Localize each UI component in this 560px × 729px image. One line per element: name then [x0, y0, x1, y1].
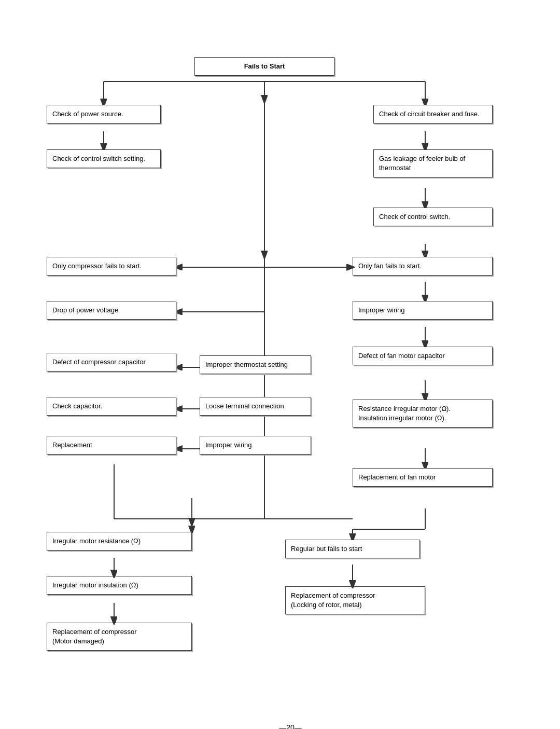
box-replacement: Replacement	[47, 436, 176, 455]
box-drop-power-voltage: Drop of power voltage	[47, 301, 176, 320]
box-check-circuit-breaker: Check of circuit breaker and fuse.	[373, 105, 493, 123]
page-number: —20—	[10, 723, 560, 729]
box-replacement-fan-motor: Replacement of fan motor	[353, 468, 493, 487]
box-fails-to-start: Fails to Start	[194, 57, 334, 76]
box-gas-leakage: Gas leakage of feeler bulb of thermostat	[373, 149, 493, 177]
box-improper-wiring-center: Improper wiring	[200, 436, 311, 455]
box-check-capacitor: Check capacitor.	[47, 397, 176, 416]
box-irregular-motor-resistance: Irregular motor resistance (Ω)	[47, 532, 192, 551]
box-check-control-switch: Check of control switch.	[373, 208, 493, 226]
box-regular-but-fails: Regular but fails to start	[285, 540, 420, 558]
box-replacement-compressor-motor: Replacement of compressor(Motor damaged)	[47, 623, 192, 651]
box-defect-compressor-cap: Defect of compressor capacitor	[47, 353, 176, 372]
box-check-control-switch-setting: Check of control switch setting.	[47, 149, 161, 168]
box-only-compressor-fails: Only compressor fails to start.	[47, 257, 176, 276]
box-improper-thermostat: Improper thermostat setting	[200, 355, 311, 374]
flowchart: Fails to Start Check of power source. Ch…	[10, 21, 550, 716]
box-only-fan-fails: Only fan fails to start.	[353, 257, 493, 276]
box-improper-wiring-fan: Improper wiring	[353, 301, 493, 320]
box-loose-terminal: Loose terminal connection	[200, 397, 311, 416]
box-check-power-source: Check of power source.	[47, 105, 161, 123]
box-defect-fan-motor-cap: Defect of fan motor capacitor	[353, 347, 493, 365]
box-replacement-compressor-locking: Replacement of compressor(Locking of rot…	[285, 586, 425, 614]
box-resistance-irregular: Resistance irregular motor (Ω).Insulatio…	[353, 400, 493, 428]
box-irregular-motor-insulation: Irregular motor insulation (Ω)	[47, 576, 192, 595]
page: Fails to Start Check of power source. Ch…	[0, 0, 560, 729]
